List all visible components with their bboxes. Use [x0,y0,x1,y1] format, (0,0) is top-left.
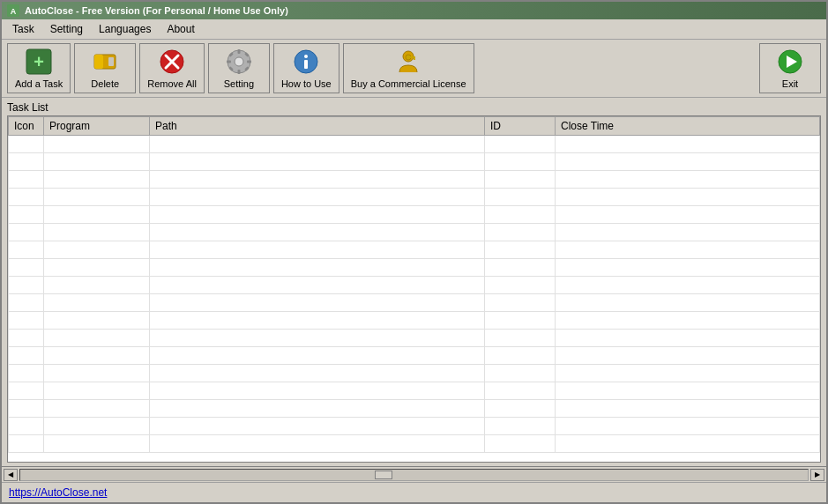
remove-all-button[interactable]: Remove All [139,43,205,93]
svg-rect-26 [414,58,415,60]
table-row [9,435,820,453]
table-row [9,294,820,312]
buy-license-icon [394,48,422,76]
website-link[interactable]: https://AutoClose.net [9,486,107,499]
col-header-closetime: Close Time [556,117,820,136]
task-tbody [9,136,820,453]
toolbar: + Add a Task Delete [2,40,826,98]
exit-label: Exit [782,78,798,89]
delete-label: Delete [91,78,119,89]
how-to-use-icon [292,48,320,76]
col-header-icon: Icon [9,117,44,136]
setting-button[interactable]: Setting [208,43,270,93]
task-table-container[interactable]: Icon Program Path ID Close Time [7,115,821,463]
scroll-thumb[interactable] [375,471,392,479]
add-task-label: Add a Task [15,78,63,89]
table-row [9,171,820,189]
buy-license-label: Buy a Commercial License [351,78,466,89]
svg-point-11 [235,57,243,66]
setting-label: Setting [224,78,254,89]
table-row [9,312,820,330]
exit-button[interactable]: Exit [759,43,821,93]
svg-rect-12 [237,49,240,54]
table-row [9,330,820,347]
menu-task[interactable]: Task [5,21,41,37]
svg-rect-6 [108,57,114,66]
horizontal-scrollbar[interactable]: ◀ ▶ [2,466,826,482]
window-title: AutoClose - Free Version (For Personal /… [25,5,288,16]
table-row [9,347,820,365]
task-table: Icon Program Path ID Close Time [8,116,820,453]
svg-text:+: + [34,52,44,71]
table-row [9,259,820,277]
footer: https://AutoClose.net [2,482,826,502]
content-area: Task List Icon Program Path ID Close Tim… [2,98,826,466]
table-row [9,241,820,259]
table-row [9,400,820,418]
remove-all-label: Remove All [147,78,197,89]
delete-icon [91,48,119,76]
svg-rect-25 [409,56,415,58]
table-row [9,136,820,153]
table-row [9,382,820,400]
scroll-left-button[interactable]: ◀ [4,469,18,481]
svg-rect-5 [94,55,103,69]
main-window: A AutoClose - Free Version (For Personal… [0,0,828,504]
menu-languages[interactable]: Languages [92,21,158,37]
delete-button[interactable]: Delete [74,43,136,93]
scroll-right-button[interactable]: ▶ [810,469,824,481]
table-row [9,418,820,435]
title-bar: A AutoClose - Free Version (For Personal… [2,2,826,19]
col-header-id: ID [485,117,556,136]
table-row [9,224,820,241]
app-icon: A [7,4,19,17]
table-row [9,206,820,224]
how-to-use-label: How to Use [281,78,332,89]
remove-all-icon [158,48,186,76]
col-header-program: Program [44,117,150,136]
svg-rect-14 [227,61,231,63]
task-list-label: Task List [7,101,821,114]
exit-icon [776,48,804,76]
table-row [9,365,820,382]
menu-setting[interactable]: Setting [43,21,90,37]
svg-rect-15 [247,61,251,63]
add-task-button[interactable]: + Add a Task [7,43,71,93]
table-row [9,277,820,294]
svg-rect-13 [237,70,240,74]
buy-license-button[interactable]: Buy a Commercial License [343,43,474,93]
how-to-use-button[interactable]: How to Use [273,43,339,93]
setting-icon [225,48,253,76]
svg-text:A: A [11,7,17,16]
table-row [9,153,820,171]
menu-about[interactable]: About [160,21,201,37]
svg-rect-22 [304,60,308,69]
add-task-icon: + [25,48,53,76]
col-header-path: Path [150,117,485,136]
scroll-track[interactable] [19,469,809,481]
menubar: Task Setting Languages About [2,19,826,40]
table-row [9,189,820,206]
table-header-row: Icon Program Path ID Close Time [9,117,820,136]
svg-point-21 [304,55,308,58]
